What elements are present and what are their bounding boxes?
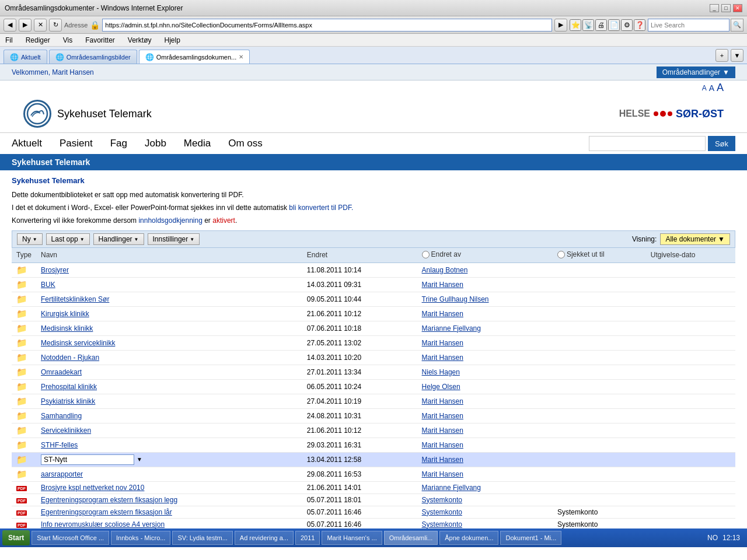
table-row[interactable]: 📁Prehospital klinikk06.05.2011 10:24Helg… [12, 379, 735, 394]
table-row[interactable]: PDFEgentreningsprogram ekstern fiksasjon… [12, 494, 735, 506]
menu-verktoy[interactable]: Verktøy [126, 36, 153, 45]
help-button[interactable]: ❓ [634, 19, 645, 31]
cell-changed-by[interactable]: Marit Hansen [417, 277, 543, 292]
cell-name[interactable]: Brosjyrer [36, 262, 293, 277]
cell-name[interactable]: Fertilitetsklinikken Sør [36, 292, 293, 306]
cell-name[interactable]: Samhandling [36, 408, 293, 423]
cell-name[interactable]: Omraadekart [36, 365, 293, 379]
cell-name[interactable]: Medisinsk klinikk [36, 321, 293, 335]
changed-by-link[interactable]: Trine Gullhaug Nilsen [422, 295, 489, 303]
cell-changed-by[interactable]: Systemkonto [417, 518, 543, 528]
nav-pasient[interactable]: Pasient [60, 135, 93, 152]
cell-changed-by[interactable]: Marianne Fjellvang [417, 481, 543, 494]
file-link[interactable]: STHF-felles [41, 441, 78, 449]
nav-om-oss[interactable]: Om oss [228, 135, 263, 152]
changed-by-radio[interactable] [422, 251, 430, 258]
menu-rediger[interactable]: Rediger [24, 36, 52, 45]
file-link[interactable]: aarsrapporter [41, 470, 83, 478]
cell-name[interactable]: Notodden - Rjukan [36, 350, 293, 365]
changed-by-link[interactable]: Marianne Fjellvang [422, 484, 481, 492]
table-row[interactable]: 📁aarsrapporter29.08.2011 16:53Marit Hans… [12, 467, 735, 481]
file-link[interactable]: Notodden - Rjukan [41, 354, 99, 362]
actions-button[interactable]: Handlinger ▼ [93, 233, 144, 245]
changed-by-link[interactable]: Niels Hagen [422, 368, 460, 376]
cell-changed-by[interactable]: Marit Hansen [417, 438, 543, 452]
changed-by-link[interactable]: Marit Hansen [422, 310, 463, 318]
cell-changed-by[interactable]: Marit Hansen [417, 423, 543, 438]
table-row[interactable]: 📁Samhandling24.08.2011 10:31Marit Hansen [12, 408, 735, 423]
table-row[interactable]: 📁STHF-felles29.03.2011 16:31Marit Hansen [12, 438, 735, 452]
file-link[interactable]: Prehospital klinikk [41, 383, 97, 391]
cell-name[interactable]: aarsrapporter [36, 467, 293, 481]
file-link[interactable]: Samhandling [41, 412, 82, 420]
nav-fag[interactable]: Fag [110, 135, 127, 152]
changed-by-link[interactable]: Marit Hansen [422, 470, 463, 478]
nav-media[interactable]: Media [184, 135, 211, 152]
table-row[interactable]: 📁Notodden - Rjukan14.03.2011 10:20Marit … [12, 350, 735, 365]
changed-by-link[interactable]: Systemkonto [422, 520, 462, 528]
cell-changed-by[interactable]: Anlaug Botnen [417, 262, 543, 277]
table-row[interactable]: 📁BUK14.03.2011 09:31Marit Hansen [12, 277, 735, 292]
file-link[interactable]: Fertilitetsklinikken Sør [41, 295, 109, 303]
cell-changed-by[interactable]: Helge Olsen [417, 379, 543, 394]
font-large-button[interactable]: A [717, 82, 724, 94]
cell-changed-by[interactable]: Trine Gullhaug Nilsen [417, 292, 543, 306]
font-small-button[interactable]: A [702, 84, 707, 92]
changed-by-link[interactable]: Anlaug Botnen [422, 266, 468, 274]
file-link[interactable]: Brosjyre kspl nettverket nov 2010 [41, 484, 144, 492]
cell-name[interactable]: Kirurgisk klinikk [36, 306, 293, 321]
tab-bilder[interactable]: 🌐 Områdesamlingsbilder [49, 50, 137, 64]
file-link[interactable]: Info nevromuskulær scoliose A4 versjon [41, 520, 165, 528]
table-row[interactable]: PDFEgentreningsprogram ekstern fiksasjon… [12, 506, 735, 518]
cell-name[interactable]: Prehospital klinikk [36, 379, 293, 394]
address-input[interactable] [102, 19, 552, 32]
new-doc-button[interactable]: Ny ▼ [17, 233, 43, 245]
changed-by-link[interactable]: Systemkonto [422, 496, 462, 504]
close-button[interactable]: ✕ [733, 4, 742, 12]
tabs-dropdown-button[interactable]: ▼ [731, 49, 743, 62]
table-row[interactable]: 📁Medisinsk serviceklinikk27.05.2011 13:0… [12, 335, 735, 350]
go-button[interactable]: ▶ [554, 19, 567, 32]
menu-vis[interactable]: Vis [61, 36, 74, 45]
upload-button[interactable]: Last opp ▼ [46, 233, 90, 245]
cell-name[interactable]: Egentreningsprogram ekstern fiksasjon lå… [36, 506, 293, 518]
table-row[interactable]: PDFBrosjyre kspl nettverket nov 201021.0… [12, 481, 735, 494]
live-search-input[interactable] [648, 19, 729, 32]
nav-search-button[interactable]: Søk [708, 136, 735, 151]
cell-name[interactable]: BUK [36, 277, 293, 292]
col-date[interactable]: Endret [302, 248, 408, 262]
file-link[interactable]: Serviceklinikken [41, 426, 91, 435]
cell-changed-by[interactable]: Systemkonto [417, 494, 543, 506]
file-link[interactable]: Medisinsk serviceklinikk [41, 339, 115, 347]
cell-changed-by[interactable]: Marit Hansen [417, 306, 543, 321]
file-link[interactable]: Omraadekart [41, 368, 82, 376]
table-row[interactable]: 📁Kirurgisk klinikk21.06.2011 10:12Marit … [12, 306, 735, 321]
view-dropdown-button[interactable]: Alle dokumenter ▼ [660, 233, 730, 245]
favorites-button[interactable]: ⭐ [570, 19, 581, 31]
table-row[interactable]: 📁Serviceklinikken21.06.2011 10:12Marit H… [12, 423, 735, 438]
nav-search-input[interactable] [589, 136, 706, 151]
cell-changed-by[interactable]: Marianne Fjellvang [417, 321, 543, 335]
changed-by-link[interactable]: Marit Hansen [422, 412, 463, 420]
font-medium-button[interactable]: A [709, 83, 714, 93]
tab-dokumenter[interactable]: 🌐 Områdesamlingsdokumen... ✕ [139, 50, 250, 64]
nav-aktuelt[interactable]: Aktuelt [12, 135, 42, 152]
settings-button[interactable]: Innstillinger ▼ [148, 233, 200, 245]
back-button[interactable]: ◀ [4, 19, 16, 32]
table-row[interactable]: 📁▼13.04.2011 12:58Marit Hansen [12, 452, 735, 467]
edit-dropdown-arrow[interactable]: ▼ [137, 456, 142, 463]
tab-close-icon[interactable]: ✕ [239, 54, 243, 60]
changed-by-link[interactable]: Marit Hansen [422, 397, 463, 405]
inline-edit-input[interactable] [41, 454, 134, 465]
cell-name[interactable]: Medisinsk serviceklinikk [36, 335, 293, 350]
area-admin-button[interactable]: Områdehandlinger ▼ [657, 66, 735, 78]
minimize-button[interactable]: _ [710, 4, 719, 12]
print-button[interactable]: 🖨 [595, 19, 607, 31]
cell-name[interactable]: Egentreningsprogram ekstern fiksasjon le… [36, 494, 293, 506]
changed-by-link[interactable]: Marit Hansen [422, 281, 463, 289]
cell-name[interactable]: Info nevromuskulær scoliose A4 versjon [36, 518, 293, 528]
cell-name[interactable]: Psykiatrisk klinikk [36, 394, 293, 408]
file-link[interactable]: Kirurgisk klinikk [41, 310, 89, 318]
menu-hjelp[interactable]: Hjelp [163, 36, 182, 45]
stop-button[interactable]: ✕ [34, 19, 47, 32]
